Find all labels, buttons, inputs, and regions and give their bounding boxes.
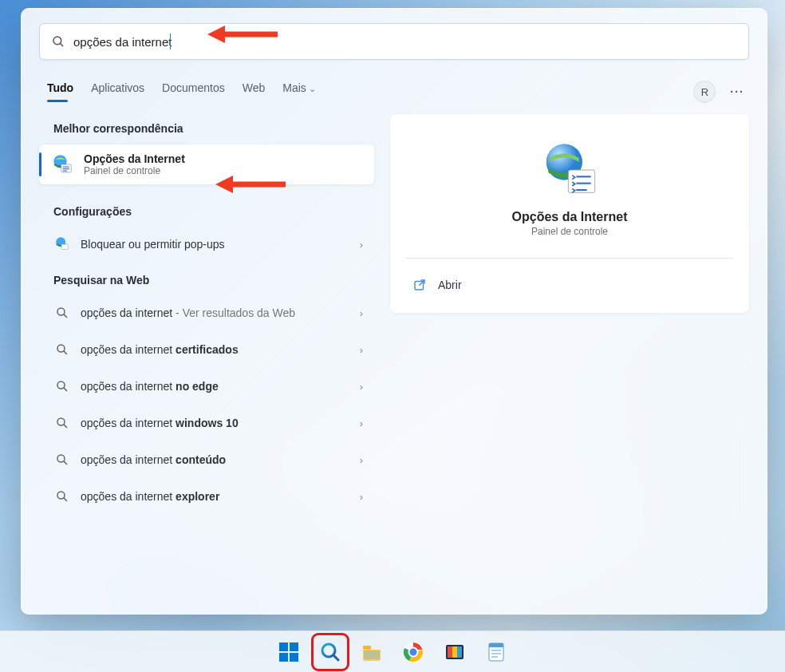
svg-rect-44 bbox=[448, 646, 452, 658]
filter-tabs: Tudo Aplicativos Documentos Web Mais⌄ R … bbox=[39, 81, 749, 103]
taskbar-search-button[interactable] bbox=[314, 635, 347, 669]
chevron-right-icon: › bbox=[360, 344, 363, 356]
search-window: opções da internet Tudo Aplicativos Docu… bbox=[21, 8, 767, 615]
web-result-1[interactable]: opções da internet certificados › bbox=[39, 331, 374, 368]
preview-title: Opções da Internet bbox=[406, 210, 733, 224]
web-result-3[interactable]: opções da internet windows 10 › bbox=[39, 405, 374, 441]
search-bar[interactable]: opções da internet bbox=[39, 23, 749, 60]
preview-subtitle: Painel de controle bbox=[406, 226, 733, 237]
search-icon bbox=[319, 641, 341, 663]
photos-icon bbox=[444, 641, 466, 663]
web-result-4[interactable]: opções da internet conteúdo › bbox=[39, 441, 374, 478]
svg-rect-48 bbox=[489, 643, 503, 647]
chrome-icon bbox=[402, 641, 424, 663]
internet-options-icon bbox=[50, 152, 74, 176]
svg-point-11 bbox=[57, 345, 65, 352]
chevron-right-icon: › bbox=[360, 307, 363, 319]
internet-options-large-icon bbox=[538, 138, 602, 202]
search-icon bbox=[53, 378, 71, 395]
svg-rect-34 bbox=[279, 653, 288, 662]
best-match-subtitle: Painel de controle bbox=[84, 165, 185, 176]
preview-card: Opções da Internet Painel de controle Ab… bbox=[390, 114, 749, 313]
svg-rect-39 bbox=[364, 650, 380, 659]
search-icon bbox=[53, 341, 71, 358]
chevron-right-icon: › bbox=[360, 491, 363, 503]
tab-web[interactable]: Web bbox=[243, 81, 266, 102]
best-match-title: Opções da Internet bbox=[84, 152, 185, 165]
web-result-2[interactable]: opções da internet no edge › bbox=[39, 368, 374, 405]
taskbar-photos-button[interactable] bbox=[438, 635, 471, 669]
search-icon bbox=[53, 451, 71, 468]
web-result-5[interactable]: opções da internet explorer › bbox=[39, 478, 374, 515]
search-icon bbox=[53, 488, 71, 505]
svg-line-10 bbox=[64, 314, 67, 318]
svg-line-16 bbox=[64, 425, 67, 428]
tab-tudo[interactable]: Tudo bbox=[47, 81, 73, 102]
chevron-down-icon: ⌄ bbox=[309, 84, 316, 93]
section-best-match: Melhor correspondência bbox=[39, 114, 374, 143]
svg-rect-38 bbox=[363, 646, 371, 649]
taskbar-chrome-button[interactable] bbox=[396, 635, 430, 669]
section-search-web: Pesquisar na Web bbox=[39, 263, 374, 294]
search-text: opções da internet bbox=[73, 35, 172, 49]
taskbar-start-button[interactable] bbox=[272, 635, 306, 669]
svg-line-14 bbox=[64, 388, 67, 391]
divider bbox=[406, 258, 733, 259]
settings-item-popups[interactable]: Bloquear ou permitir pop-ups › bbox=[39, 226, 374, 263]
svg-point-17 bbox=[57, 455, 65, 462]
tab-mais[interactable]: Mais⌄ bbox=[282, 81, 316, 102]
svg-point-0 bbox=[53, 37, 61, 45]
preview-column: Opções da Internet Painel de controle Ab… bbox=[390, 114, 749, 515]
svg-line-12 bbox=[64, 351, 67, 354]
notepad-icon bbox=[485, 641, 507, 663]
svg-line-20 bbox=[64, 498, 67, 501]
search-icon bbox=[53, 304, 71, 322]
chevron-right-icon: › bbox=[360, 239, 363, 251]
svg-rect-35 bbox=[290, 653, 298, 662]
open-external-icon bbox=[412, 278, 427, 292]
section-settings: Configurações bbox=[39, 194, 374, 226]
results-column: Melhor correspondência Opções da Interne… bbox=[39, 114, 374, 515]
svg-point-9 bbox=[57, 308, 65, 315]
chevron-right-icon: › bbox=[360, 454, 363, 466]
taskbar-notepad-button[interactable] bbox=[479, 635, 513, 669]
preview-action-open[interactable]: Abrir bbox=[406, 268, 733, 302]
best-match-result[interactable]: Opções da Internet Painel de controle bbox=[39, 144, 374, 184]
svg-line-18 bbox=[64, 461, 67, 464]
search-icon bbox=[53, 414, 71, 432]
taskbar bbox=[0, 630, 785, 672]
tab-aplicativos[interactable]: Aplicativos bbox=[91, 81, 144, 102]
svg-rect-45 bbox=[452, 646, 457, 658]
web-result-0[interactable]: opções da internet - Ver resultados da W… bbox=[39, 294, 374, 331]
svg-point-13 bbox=[57, 381, 65, 389]
svg-line-1 bbox=[60, 43, 63, 46]
svg-rect-46 bbox=[457, 646, 462, 658]
chevron-right-icon: › bbox=[360, 381, 363, 393]
svg-point-19 bbox=[57, 492, 65, 499]
search-input[interactable] bbox=[171, 35, 737, 49]
user-avatar[interactable]: R bbox=[693, 81, 716, 103]
folder-icon bbox=[361, 641, 383, 663]
svg-rect-32 bbox=[279, 642, 288, 651]
globe-settings-icon bbox=[53, 235, 71, 253]
more-options-button[interactable]: ··· bbox=[730, 85, 744, 98]
tab-documentos[interactable]: Documentos bbox=[162, 81, 225, 102]
svg-line-37 bbox=[333, 655, 338, 660]
svg-point-15 bbox=[57, 418, 65, 425]
svg-rect-33 bbox=[290, 642, 298, 651]
chevron-right-icon: › bbox=[360, 417, 363, 429]
search-icon bbox=[51, 34, 65, 49]
taskbar-file-explorer-button[interactable] bbox=[355, 635, 389, 669]
windows-start-icon bbox=[278, 641, 300, 663]
svg-rect-8 bbox=[61, 244, 68, 249]
